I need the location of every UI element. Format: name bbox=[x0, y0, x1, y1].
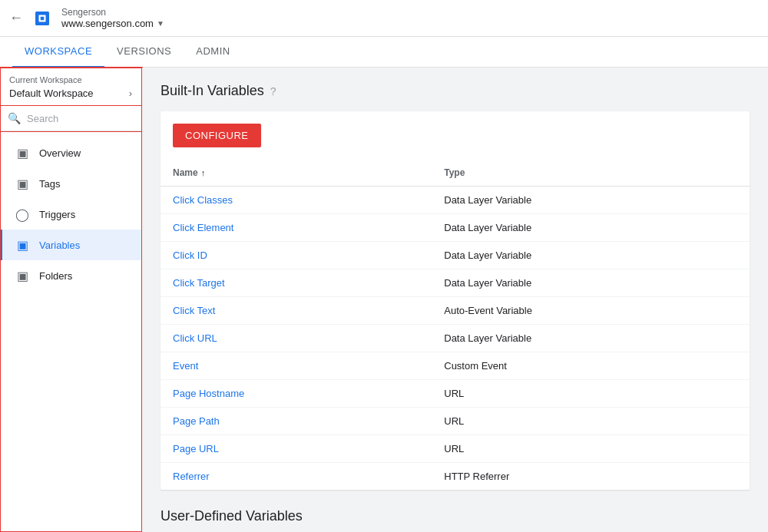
table-row: Click Target Data Layer Variable bbox=[161, 269, 750, 297]
builtin-variables-card: CONFIGURE Name ↑ Type Click Cla bbox=[161, 111, 750, 490]
variable-name-link[interactable]: Referrer bbox=[173, 471, 210, 482]
variables-icon: ▣ bbox=[15, 237, 30, 253]
name-column-header: Name ↑ bbox=[161, 160, 432, 187]
variable-name-link[interactable]: Click Target bbox=[173, 277, 225, 289]
variable-name-link[interactable]: Click ID bbox=[173, 249, 207, 261]
configure-button[interactable]: CONFIGURE bbox=[173, 124, 261, 147]
table-row: Page Hostname URL bbox=[161, 380, 750, 408]
workspace-label: Current Workspace bbox=[9, 75, 132, 84]
variable-name-cell: Referrer bbox=[161, 463, 432, 491]
variable-name-cell: Page Hostname bbox=[161, 380, 432, 408]
search-icon: 🔍 bbox=[8, 112, 21, 124]
variable-type-cell: HTTP Referrer bbox=[432, 463, 750, 491]
table-row: Page URL URL bbox=[161, 435, 750, 463]
variable-name-cell: Click URL bbox=[161, 325, 432, 352]
overview-icon: ▣ bbox=[15, 145, 30, 160]
tab-admin[interactable]: ADMIN bbox=[184, 37, 242, 68]
sidebar-item-triggers[interactable]: ◯ Triggers bbox=[0, 199, 141, 230]
sidebar-nav: ▣ Overview ▣ Tags ◯ Triggers ▣ Variables… bbox=[0, 131, 141, 297]
variable-name-link[interactable]: Page URL bbox=[173, 443, 219, 454]
workspace-section: Current Workspace Default Workspace › bbox=[0, 68, 141, 106]
sidebar-item-overview[interactable]: ▣ Overview bbox=[0, 137, 141, 168]
sidebar-item-variables[interactable]: ▣ Variables bbox=[0, 230, 141, 260]
variable-name-link[interactable]: Click Text bbox=[173, 305, 215, 316]
variable-type-cell: URL bbox=[432, 408, 750, 435]
brand-url[interactable]: www.sengerson.com ▼ bbox=[61, 18, 164, 29]
workspace-selector[interactable]: Default Workspace › bbox=[9, 88, 132, 99]
variable-name-link[interactable]: Event bbox=[173, 360, 198, 372]
variable-name-cell: Event bbox=[161, 352, 432, 380]
sidebar-item-folders[interactable]: ▣ Folders bbox=[0, 260, 141, 291]
sidebar-item-tags[interactable]: ▣ Tags bbox=[0, 168, 141, 199]
svg-rect-3 bbox=[41, 16, 45, 20]
variable-name-link[interactable]: Page Hostname bbox=[173, 388, 244, 399]
main-content: Built-In Variables ? CONFIGURE Name ↑ Ty… bbox=[142, 68, 768, 532]
help-icon[interactable]: ? bbox=[270, 85, 276, 97]
tab-versions[interactable]: VERSIONS bbox=[104, 37, 184, 68]
variable-name-cell: Click Classes bbox=[161, 187, 432, 214]
variable-name-link[interactable]: Click Classes bbox=[173, 194, 233, 206]
tags-icon: ▣ bbox=[15, 176, 30, 191]
variable-type-cell: Data Layer Variable bbox=[432, 214, 750, 242]
table-row: Click Classes Data Layer Variable bbox=[161, 187, 750, 214]
tabs-bar: WORKSPACE VERSIONS ADMIN bbox=[0, 37, 768, 68]
variable-name-link[interactable]: Click Element bbox=[173, 222, 233, 233]
variable-type-cell: Data Layer Variable bbox=[432, 269, 750, 297]
brand-name: Sengerson bbox=[61, 7, 164, 18]
brand-info: Sengerson www.sengerson.com ▼ bbox=[61, 7, 164, 29]
table-row: Event Custom Event bbox=[161, 352, 750, 380]
variable-name-cell: Page Path bbox=[161, 408, 432, 435]
table-row: Page Path URL bbox=[161, 408, 750, 435]
table-row: Click ID Data Layer Variable bbox=[161, 242, 750, 269]
user-defined-variables-title: User-Defined Variables bbox=[161, 508, 750, 524]
sort-arrow-icon: ↑ bbox=[201, 168, 206, 177]
builtin-variables-table: Name ↑ Type Click Classes Data Layer Var… bbox=[161, 160, 750, 490]
variable-type-cell: Data Layer Variable bbox=[432, 187, 750, 214]
variable-name-link[interactable]: Click URL bbox=[173, 332, 217, 344]
variable-type-cell: Custom Event bbox=[432, 352, 750, 380]
back-button[interactable]: ← bbox=[9, 10, 23, 26]
variable-type-cell: URL bbox=[432, 380, 750, 408]
main-layout: Current Workspace Default Workspace › 🔍 … bbox=[0, 68, 768, 532]
variable-name-cell: Click ID bbox=[161, 242, 432, 269]
variable-name-cell: Click Text bbox=[161, 297, 432, 325]
variable-name-link[interactable]: Page Path bbox=[173, 415, 220, 427]
table-row: Click Element Data Layer Variable bbox=[161, 214, 750, 242]
variable-type-cell: Data Layer Variable bbox=[432, 325, 750, 352]
search-section: 🔍 bbox=[0, 106, 141, 131]
variable-type-cell: Auto-Event Variable bbox=[432, 297, 750, 325]
table-row: Click Text Auto-Event Variable bbox=[161, 297, 750, 325]
variable-type-cell: URL bbox=[432, 435, 750, 463]
builtin-variables-title: Built-In Variables ? bbox=[161, 83, 750, 99]
triggers-icon: ◯ bbox=[15, 207, 30, 222]
tab-workspace[interactable]: WORKSPACE bbox=[12, 37, 104, 68]
workspace-chevron-icon: › bbox=[129, 88, 132, 99]
brand-chevron-icon: ▼ bbox=[157, 19, 164, 28]
variable-name-cell: Page URL bbox=[161, 435, 432, 463]
table-row: Click URL Data Layer Variable bbox=[161, 325, 750, 352]
table-row: Referrer HTTP Referrer bbox=[161, 463, 750, 491]
folders-icon: ▣ bbox=[15, 268, 30, 283]
table-header-row: Name ↑ Type bbox=[161, 160, 750, 187]
header: ← Sengerson www.sengerson.com ▼ bbox=[0, 0, 768, 37]
search-input[interactable] bbox=[27, 113, 134, 124]
variable-name-cell: Click Target bbox=[161, 269, 432, 297]
sidebar: Current Workspace Default Workspace › 🔍 … bbox=[0, 68, 142, 532]
google-tag-manager-logo bbox=[31, 7, 54, 30]
variable-name-cell: Click Element bbox=[161, 214, 432, 242]
type-column-header: Type bbox=[432, 160, 750, 187]
variable-type-cell: Data Layer Variable bbox=[432, 242, 750, 269]
